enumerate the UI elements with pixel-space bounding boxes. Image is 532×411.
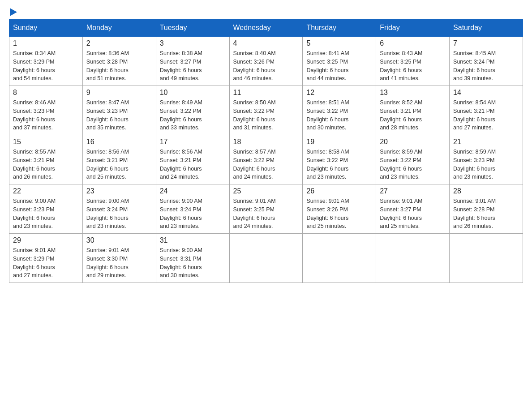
calendar-cell [303, 234, 376, 283]
calendar-week-row: 22Sunrise: 9:00 AMSunset: 3:23 PMDayligh… [9, 184, 523, 234]
calendar-cell: 17Sunrise: 8:56 AMSunset: 3:21 PMDayligh… [156, 135, 229, 184]
day-number: 17 [160, 138, 226, 146]
day-number: 18 [233, 138, 299, 146]
calendar-cell: 2Sunrise: 8:36 AMSunset: 3:28 PMDaylight… [82, 37, 156, 86]
calendar-cell: 4Sunrise: 8:40 AMSunset: 3:26 PMDaylight… [229, 37, 303, 86]
calendar-cell: 12Sunrise: 8:51 AMSunset: 3:22 PMDayligh… [303, 86, 376, 135]
calendar-week-row: 8Sunrise: 8:46 AMSunset: 3:23 PMDaylight… [9, 86, 523, 135]
calendar-cell: 5Sunrise: 8:41 AMSunset: 3:25 PMDaylight… [303, 37, 376, 86]
day-number: 26 [306, 187, 372, 195]
column-header-friday: Friday [376, 19, 450, 37]
calendar-cell: 15Sunrise: 8:55 AMSunset: 3:21 PMDayligh… [9, 135, 83, 184]
day-info: Sunrise: 9:01 AMSunset: 3:29 PMDaylight:… [13, 246, 79, 280]
column-header-wednesday: Wednesday [229, 19, 303, 37]
calendar-cell: 20Sunrise: 8:59 AMSunset: 3:22 PMDayligh… [376, 135, 450, 184]
day-info: Sunrise: 9:00 AMSunset: 3:24 PMDaylight:… [160, 197, 226, 231]
calendar-cell: 27Sunrise: 9:01 AMSunset: 3:27 PMDayligh… [376, 184, 450, 234]
calendar-cell: 3Sunrise: 8:38 AMSunset: 3:27 PMDaylight… [156, 37, 229, 86]
day-info: Sunrise: 8:59 AMSunset: 3:22 PMDaylight:… [380, 148, 446, 181]
day-info: Sunrise: 8:54 AMSunset: 3:21 PMDaylight:… [453, 98, 519, 132]
day-info: Sunrise: 8:47 AMSunset: 3:23 PMDaylight:… [86, 98, 152, 132]
day-info: Sunrise: 9:01 AMSunset: 3:27 PMDaylight:… [380, 197, 446, 231]
day-info: Sunrise: 8:59 AMSunset: 3:23 PMDaylight:… [453, 148, 519, 181]
calendar-cell: 25Sunrise: 9:01 AMSunset: 3:25 PMDayligh… [229, 184, 303, 234]
day-info: Sunrise: 8:50 AMSunset: 3:22 PMDaylight:… [233, 98, 299, 132]
calendar-cell: 7Sunrise: 8:45 AMSunset: 3:24 PMDaylight… [450, 37, 523, 86]
day-info: Sunrise: 9:00 AMSunset: 3:23 PMDaylight:… [13, 197, 79, 231]
day-number: 7 [453, 39, 519, 47]
calendar-cell: 18Sunrise: 8:57 AMSunset: 3:22 PMDayligh… [229, 135, 303, 184]
day-number: 22 [13, 187, 79, 195]
day-number: 6 [380, 39, 446, 47]
calendar-cell: 28Sunrise: 9:01 AMSunset: 3:28 PMDayligh… [450, 184, 523, 234]
day-info: Sunrise: 8:41 AMSunset: 3:25 PMDaylight:… [306, 49, 372, 83]
day-number: 10 [160, 89, 226, 97]
day-number: 23 [86, 187, 152, 195]
day-number: 14 [453, 89, 519, 97]
day-info: Sunrise: 8:49 AMSunset: 3:22 PMDaylight:… [160, 98, 226, 132]
day-info: Sunrise: 8:58 AMSunset: 3:22 PMDaylight:… [306, 148, 372, 181]
day-info: Sunrise: 9:01 AMSunset: 3:28 PMDaylight:… [453, 197, 519, 231]
column-header-monday: Monday [82, 19, 156, 37]
day-info: Sunrise: 9:00 AMSunset: 3:24 PMDaylight:… [86, 197, 152, 231]
day-info: Sunrise: 9:01 AMSunset: 3:30 PMDaylight:… [86, 246, 152, 280]
calendar-header-row: SundayMondayTuesdayWednesdayThursdayFrid… [9, 19, 523, 37]
column-header-saturday: Saturday [450, 19, 523, 37]
day-info: Sunrise: 8:38 AMSunset: 3:27 PMDaylight:… [160, 49, 226, 83]
day-number: 8 [13, 89, 79, 97]
day-number: 27 [380, 187, 446, 195]
calendar-cell: 16Sunrise: 8:56 AMSunset: 3:21 PMDayligh… [82, 135, 156, 184]
day-info: Sunrise: 9:01 AMSunset: 3:25 PMDaylight:… [233, 197, 299, 231]
day-number: 13 [380, 89, 446, 97]
day-info: Sunrise: 8:45 AMSunset: 3:24 PMDaylight:… [453, 49, 519, 83]
calendar-cell: 9Sunrise: 8:47 AMSunset: 3:23 PMDaylight… [82, 86, 156, 135]
calendar-cell: 26Sunrise: 9:01 AMSunset: 3:26 PMDayligh… [303, 184, 376, 234]
day-number: 1 [13, 39, 79, 47]
column-header-tuesday: Tuesday [156, 19, 229, 37]
day-number: 29 [13, 236, 79, 244]
calendar-cell: 24Sunrise: 9:00 AMSunset: 3:24 PMDayligh… [156, 184, 229, 234]
day-number: 31 [160, 236, 226, 244]
calendar-cell: 31Sunrise: 9:00 AMSunset: 3:31 PMDayligh… [156, 234, 229, 283]
day-number: 20 [380, 138, 446, 146]
calendar-week-row: 15Sunrise: 8:55 AMSunset: 3:21 PMDayligh… [9, 135, 523, 184]
calendar-week-row: 29Sunrise: 9:01 AMSunset: 3:29 PMDayligh… [9, 234, 523, 283]
day-info: Sunrise: 8:43 AMSunset: 3:25 PMDaylight:… [380, 49, 446, 83]
calendar-cell: 1Sunrise: 8:34 AMSunset: 3:29 PMDaylight… [9, 37, 83, 86]
day-info: Sunrise: 8:56 AMSunset: 3:21 PMDaylight:… [160, 148, 226, 181]
day-info: Sunrise: 8:51 AMSunset: 3:22 PMDaylight:… [306, 98, 372, 132]
calendar-cell: 19Sunrise: 8:58 AMSunset: 3:22 PMDayligh… [303, 135, 376, 184]
day-number: 21 [453, 138, 519, 146]
calendar-cell: 8Sunrise: 8:46 AMSunset: 3:23 PMDaylight… [9, 86, 83, 135]
day-info: Sunrise: 8:34 AMSunset: 3:29 PMDaylight:… [13, 49, 79, 83]
day-info: Sunrise: 8:55 AMSunset: 3:21 PMDaylight:… [13, 148, 79, 181]
calendar-cell [376, 234, 450, 283]
day-number: 4 [233, 39, 299, 47]
calendar-cell: 10Sunrise: 8:49 AMSunset: 3:22 PMDayligh… [156, 86, 229, 135]
day-number: 11 [233, 89, 299, 97]
day-info: Sunrise: 9:01 AMSunset: 3:26 PMDaylight:… [306, 197, 372, 231]
day-number: 16 [86, 138, 152, 146]
calendar-cell: 21Sunrise: 8:59 AMSunset: 3:23 PMDayligh… [450, 135, 523, 184]
logo [9, 9, 17, 14]
day-number: 19 [306, 138, 372, 146]
day-number: 25 [233, 187, 299, 195]
column-header-sunday: Sunday [9, 19, 83, 37]
day-info: Sunrise: 8:36 AMSunset: 3:28 PMDaylight:… [86, 49, 152, 83]
day-number: 28 [453, 187, 519, 195]
day-number: 9 [86, 89, 152, 97]
day-number: 30 [86, 236, 152, 244]
calendar-week-row: 1Sunrise: 8:34 AMSunset: 3:29 PMDaylight… [9, 37, 523, 86]
day-info: Sunrise: 8:40 AMSunset: 3:26 PMDaylight:… [233, 49, 299, 83]
calendar-cell: 6Sunrise: 8:43 AMSunset: 3:25 PMDaylight… [376, 37, 450, 86]
day-info: Sunrise: 8:57 AMSunset: 3:22 PMDaylight:… [233, 148, 299, 181]
day-info: Sunrise: 9:00 AMSunset: 3:31 PMDaylight:… [160, 246, 226, 280]
calendar-cell: 13Sunrise: 8:52 AMSunset: 3:21 PMDayligh… [376, 86, 450, 135]
day-number: 5 [306, 39, 372, 47]
calendar-cell: 30Sunrise: 9:01 AMSunset: 3:30 PMDayligh… [82, 234, 156, 283]
logo-arrow-icon [10, 8, 17, 16]
calendar-cell: 11Sunrise: 8:50 AMSunset: 3:22 PMDayligh… [229, 86, 303, 135]
day-number: 3 [160, 39, 226, 47]
calendar-cell [229, 234, 303, 283]
day-info: Sunrise: 8:52 AMSunset: 3:21 PMDaylight:… [380, 98, 446, 132]
